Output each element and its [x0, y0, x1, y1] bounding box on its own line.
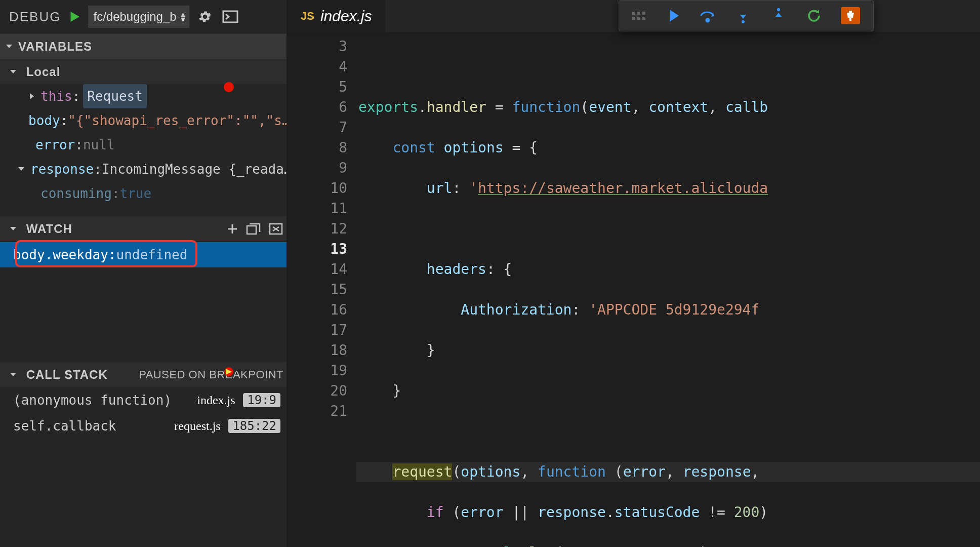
debug-floating-toolbar[interactable] — [619, 0, 874, 31]
watch-list: body.weekday: undefined — [0, 241, 287, 362]
frame-file: index.js — [197, 394, 235, 407]
chevron-down-icon — [5, 43, 13, 51]
chevron-down-icon — [9, 68, 17, 76]
line-number: 7 — [288, 118, 347, 138]
file-tab-indexjs[interactable]: JS index.js — [288, 0, 386, 33]
callstack-title: CALL STACK — [26, 368, 108, 381]
var-value: Request — [83, 84, 147, 108]
collapse-all-icon[interactable] — [246, 222, 261, 236]
svg-rect-6 — [849, 18, 851, 21]
local-scope-header[interactable]: Local — [0, 59, 287, 84]
var-name: response — [30, 157, 94, 181]
variables-title: VARIABLES — [18, 40, 92, 54]
line-number: 17 — [288, 320, 347, 340]
debug-console-icon[interactable] — [221, 7, 240, 26]
disconnect-icon[interactable] — [841, 7, 860, 24]
callstack-status: PAUSED ON BREAKPOINT — [139, 368, 283, 381]
frame-file: request.js — [174, 419, 220, 433]
line-number: 12 — [288, 219, 347, 239]
line-number: 3 — [288, 36, 347, 57]
var-name: error — [35, 133, 75, 157]
drag-handle-icon[interactable] — [632, 12, 645, 20]
step-out-icon[interactable] — [770, 7, 787, 24]
svg-point-3 — [706, 19, 709, 22]
callstack-list: (anonymous function) index.js 19:9 self.… — [0, 387, 287, 439]
line-number-gutter: 3 4 5 6 7 8 9 10 11 12 13 14 15 16 17 18… — [288, 33, 356, 547]
step-over-icon[interactable] — [699, 7, 716, 24]
current-frame-icon — [222, 364, 236, 378]
file-name: index.js — [320, 8, 372, 25]
local-title: Local — [26, 65, 61, 79]
svg-rect-1 — [247, 226, 256, 234]
watch-title: WATCH — [26, 222, 72, 236]
chevron-down-icon — [9, 371, 17, 379]
debug-toolbar: DEBUG fc/debugging_b ▴▾ — [0, 0, 287, 33]
line-number: 19 — [288, 361, 347, 381]
step-into-icon[interactable] — [734, 7, 752, 24]
gear-icon[interactable] — [195, 7, 215, 26]
variable-row[interactable]: body: "{"showapi_res_error":"","s… — [0, 108, 287, 133]
line-number: 9 — [288, 158, 347, 178]
variable-row[interactable]: response: IncomingMessage {_reada… — [0, 157, 287, 181]
line-number: 21 — [288, 401, 347, 421]
var-value: true — [120, 181, 152, 206]
code-editor[interactable]: 3 4 5 6 7 8 9 10 11 12 13 14 15 16 17 18… — [288, 33, 980, 547]
line-number: 5 — [288, 77, 347, 97]
variable-row[interactable]: consuming: true — [0, 181, 287, 206]
var-value: "{"showapi_res_error":"","s… — [68, 108, 287, 133]
js-icon: JS — [301, 10, 314, 23]
remove-all-icon[interactable] — [268, 222, 283, 236]
tab-bar: JS index.js — [288, 0, 980, 33]
var-value: null — [83, 133, 115, 157]
var-name: consuming — [40, 181, 112, 206]
line-number: 8 — [288, 138, 347, 158]
callstack-frame[interactable]: self.callback request.js 185:22 — [0, 413, 287, 439]
line-number: 16 — [288, 300, 347, 320]
line-number: 4 — [288, 57, 347, 77]
callstack-section-header[interactable]: CALL STACK PAUSED ON BREAKPOINT — [0, 362, 287, 387]
variable-row[interactable]: this: Request — [0, 84, 287, 108]
add-watch-icon[interactable] — [226, 222, 239, 236]
watch-name: body.weekday — [13, 247, 108, 262]
variable-row[interactable]: error: null — [0, 133, 287, 157]
line-number: 20 — [288, 381, 347, 401]
frame-fn: (anonymous function) — [13, 387, 172, 413]
line-number: 6 — [288, 97, 347, 118]
debug-label: DEBUG — [9, 9, 61, 25]
frame-pos: 19:9 — [243, 393, 280, 407]
var-name: this — [40, 84, 72, 108]
breakpoint-icon[interactable] — [224, 82, 234, 92]
debug-sidebar: DEBUG fc/debugging_b ▴▾ VARIABLES Local … — [0, 0, 288, 547]
frame-pos: 185:22 — [228, 419, 280, 433]
watch-section-header[interactable]: WATCH — [0, 216, 287, 241]
line-number: 10 — [288, 178, 347, 199]
code-content[interactable]: exports.handler = function(event, contex… — [356, 33, 980, 547]
svg-rect-0 — [223, 11, 237, 22]
debug-config-value: fc/debugging_b — [93, 10, 176, 24]
line-number: 15 — [288, 280, 347, 300]
chevron-down-icon — [17, 165, 25, 173]
callstack-frame[interactable]: (anonymous function) index.js 19:9 — [0, 387, 287, 413]
continue-icon[interactable] — [664, 7, 681, 24]
line-number: 11 — [288, 199, 347, 219]
line-number: 14 — [288, 259, 347, 280]
variables-section-header[interactable]: VARIABLES — [0, 33, 287, 59]
chevron-right-icon — [28, 93, 35, 100]
watch-value: undefined — [116, 247, 188, 262]
variables-list: this: Request body: "{"showapi_res_error… — [0, 84, 287, 216]
frame-fn: self.callback — [13, 413, 116, 439]
editor-area: JS index.js 3 4 5 6 7 8 9 10 11 12 — [288, 0, 980, 547]
line-number: 13 — [288, 239, 347, 259]
svg-point-4 — [742, 20, 745, 23]
restart-icon[interactable] — [805, 7, 823, 24]
line-number: 18 — [288, 340, 347, 361]
svg-point-5 — [777, 8, 780, 11]
debug-config-select[interactable]: fc/debugging_b ▴▾ — [88, 6, 189, 28]
start-debug-button[interactable] — [67, 9, 82, 24]
chevron-down-icon — [9, 225, 17, 233]
watch-expression-row[interactable]: body.weekday: undefined — [0, 242, 287, 267]
var-name: body — [28, 108, 60, 133]
var-value: IncomingMessage {_reada… — [102, 157, 287, 181]
